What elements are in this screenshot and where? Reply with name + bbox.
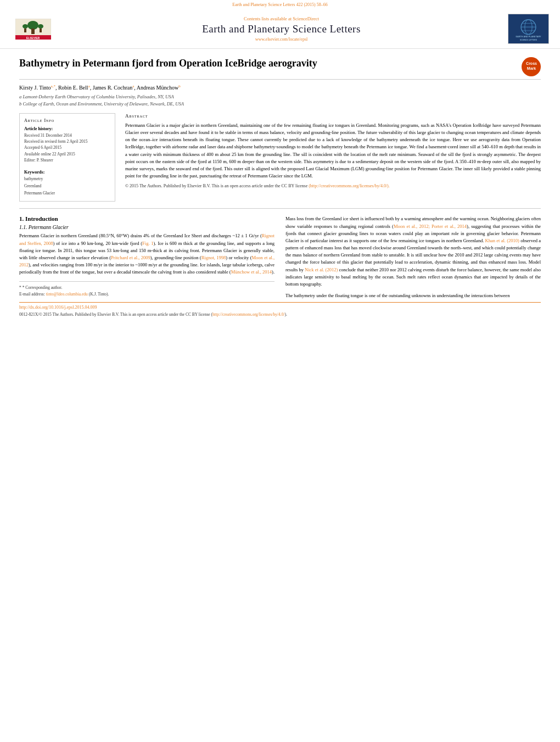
- issn-text: 0012-821X/© 2015 The Authors. Published …: [19, 312, 212, 317]
- svg-point-1: [27, 21, 38, 30]
- crossmark-icon: Cross Mark: [524, 59, 539, 75]
- revised-date: Received in revised form 2 April 2015: [24, 138, 110, 144]
- bottom-cc-link[interactable]: http://creativecommons.org/licenses/by/4…: [212, 312, 285, 317]
- bottom-copyright: 0012-821X/© 2015 The Authors. Published …: [19, 311, 541, 317]
- right-para2: The bathymetry under the floating tongue…: [285, 292, 541, 299]
- rignot1998-link[interactable]: Rignot, 1998: [201, 255, 226, 260]
- svg-point-3: [23, 24, 28, 29]
- right-para1: Mass loss from the Greenland ice sheet i…: [285, 215, 541, 288]
- author1-sup: a,*: [51, 84, 55, 88]
- abstract-title: Abstract: [125, 113, 541, 119]
- email-note: E-mail address: tinto@ldeo.columbia.edu …: [19, 291, 275, 297]
- journal-website[interactable]: www.elsevier.com/locate/epsl: [55, 37, 508, 42]
- right-para2-text: The bathymetry under the floating tongue…: [285, 293, 509, 298]
- doi-link[interactable]: http://dx.doi.org/10.1016/j.epsl.2015.04…: [19, 305, 97, 310]
- authors-line: Kirsty J. Tintoa,*, Robin E. Bella, Jame…: [19, 84, 541, 91]
- munchow2014-link[interactable]: Münchow et al., 2014: [231, 269, 272, 275]
- journal-center: Contents lists available at ScienceDirec…: [55, 16, 508, 42]
- para1-mid2: ), grounding-line position (: [150, 255, 201, 260]
- elsevier-logo: ELSEVIER: [11, 14, 55, 44]
- para1-close: ).: [272, 269, 275, 275]
- affiliation-a: a Lamont-Doherty Earth Observatory of Co…: [19, 93, 541, 101]
- intro-title: Introduction: [25, 215, 58, 222]
- earth-journal-logo-icon: EARTH AND PLANETARY SCIENCE LETTERS: [510, 15, 547, 43]
- journal-header: ELSEVIER Contents lists available at Sci…: [0, 9, 560, 49]
- copyright-text: © 2015 The Authors. Published by Elsevie…: [125, 183, 307, 188]
- svg-point-4: [38, 24, 43, 29]
- editor-label: Editor:: [24, 158, 36, 163]
- article-title-section: Bathymetry in Petermann fjord from Opera…: [19, 57, 541, 80]
- abstract-body: Petermann Glacier is a major glacier in …: [125, 122, 541, 178]
- nick2012-link[interactable]: Nick et al. (2012): [305, 267, 338, 272]
- article-info-box: Article Info Article history: Received 3…: [19, 113, 115, 202]
- pritchard-link[interactable]: Pritchard et al., 2009: [111, 255, 150, 260]
- abstract-column: Abstract Petermann Glacier is a major gl…: [125, 113, 541, 202]
- author4-sup: b: [178, 84, 181, 88]
- author3-sup: a: [132, 84, 134, 88]
- svg-rect-5: [24, 29, 26, 32]
- svg-rect-6: [40, 29, 42, 32]
- keywords-list: bathymetry Greenland Petermann Glacier: [24, 176, 110, 197]
- email-label: E-mail address:: [19, 292, 45, 297]
- journal-citation-top: Earth and Planetary Science Letters 422 …: [0, 0, 560, 9]
- sub-title: Petermann Glacier: [29, 225, 69, 230]
- author4-name: Andreas Münchow: [137, 85, 178, 91]
- sub-number: 1.1.: [19, 225, 27, 230]
- editor-name: P. Shearer: [37, 158, 53, 163]
- section-divider: [19, 208, 541, 209]
- article-info-title: Article Info: [24, 118, 110, 123]
- journal-citation-text: Earth and Planetary Science Letters 422 …: [232, 2, 328, 7]
- body-columns: 1. Introduction 1.1. Petermann Glacier P…: [19, 215, 541, 299]
- email-suffix: (K.J. Tinto).: [89, 292, 109, 297]
- footnote-area: * * Corresponding author. E-mail address…: [19, 281, 275, 297]
- intro-para1: Petermann Glacier in northern Greenland …: [19, 232, 275, 276]
- accepted-date: Accepted 6 April 2015: [24, 144, 110, 150]
- svg-text:EARTH AND PLANETARY: EARTH AND PLANETARY: [516, 36, 541, 38]
- corresponding-label: * Corresponding author.: [23, 285, 63, 290]
- keyword-2: Greenland: [24, 183, 110, 190]
- fig1-link[interactable]: Fig. 1: [142, 241, 154, 246]
- sciencedirect-line: Contents lists available at ScienceDirec…: [55, 16, 508, 21]
- intro-number: 1.: [19, 215, 24, 222]
- author1-name: Kirsty J. Tinto: [19, 85, 51, 91]
- intro-heading: 1. Introduction: [19, 215, 275, 222]
- keywords-title: Keywords:: [24, 170, 110, 175]
- history-title: Article history:: [24, 126, 110, 131]
- petermann-subheading: 1.1. Petermann Glacier: [19, 225, 275, 230]
- online-date: Available online 22 April 2015: [24, 151, 110, 157]
- page-wrapper: Earth and Planetary Science Letters 422 …: [0, 0, 560, 326]
- abstract-text: Petermann Glacier is a major glacier in …: [125, 122, 541, 180]
- journal-title: Earth and Planetary Science Letters: [55, 23, 508, 35]
- khan2010-link[interactable]: Khan et al. (2010): [485, 238, 519, 243]
- keyword-3: Petermann Glacier: [24, 190, 110, 197]
- author2-sup: a: [88, 84, 90, 88]
- body-right-column: Mass loss from the Greenland ice sheet i…: [285, 215, 541, 299]
- affiliations: a Lamont-Doherty Earth Observatory of Co…: [19, 93, 541, 108]
- article-content: Bathymetry in Petermann fjord from Opera…: [0, 49, 560, 326]
- crossmark-badge: Cross Mark: [522, 57, 541, 76]
- affiliation-b: b College of Earth, Ocean and Environmen…: [19, 101, 541, 108]
- article-title: Bathymetry in Petermann fjord from Opera…: [19, 57, 516, 70]
- author-email-link[interactable]: tinto@ldeo.columbia.edu: [46, 292, 88, 297]
- author3-name: James R. Cochran: [93, 85, 133, 91]
- journal-logo-right: EARTH AND PLANETARY SCIENCE LETTERS: [508, 14, 549, 44]
- corresponding-author-note: * * Corresponding author.: [19, 284, 275, 291]
- keyword-1: bathymetry: [24, 176, 110, 183]
- received-date: Received 31 December 2014: [24, 132, 110, 138]
- author2-name: Robin E. Bell: [58, 85, 88, 91]
- svg-text:Cross: Cross: [526, 62, 537, 65]
- svg-rect-2: [31, 29, 35, 34]
- sciencedirect-link[interactable]: ScienceDirect: [293, 16, 319, 21]
- cc-license-link[interactable]: (http://creativecommons.org/licenses/by/…: [309, 183, 390, 188]
- bottom-links: http://dx.doi.org/10.1016/j.epsl.2015.04…: [19, 302, 541, 310]
- elsevier-tree-icon: ELSEVIER: [15, 19, 51, 40]
- svg-text:ELSEVIER: ELSEVIER: [26, 36, 40, 40]
- article-info-column: Article Info Article history: Received 3…: [19, 113, 115, 202]
- contents-text: Contents lists available at: [244, 16, 292, 21]
- abstract-copyright: © 2015 The Authors. Published by Elsevie…: [125, 183, 541, 189]
- editor-line: Editor: P. Shearer: [24, 157, 110, 163]
- svg-text:Mark: Mark: [527, 66, 535, 70]
- moon-porter-link[interactable]: Moon et al., 2012; Porter et al., 2014: [394, 224, 467, 229]
- issn-end: ).: [285, 312, 287, 317]
- para1-mid3: ) or velocity (: [226, 255, 251, 260]
